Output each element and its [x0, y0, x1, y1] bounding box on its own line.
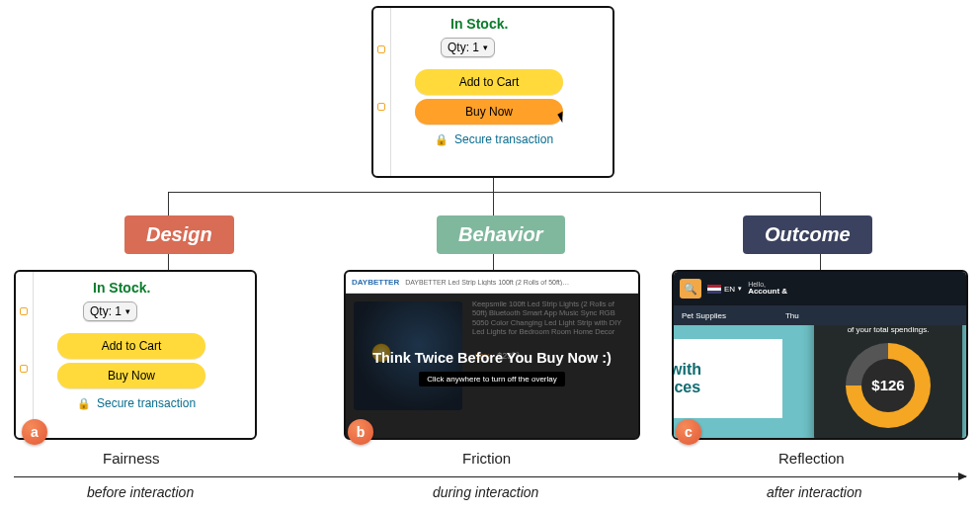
chevron-down-icon: ▾	[483, 43, 488, 52]
caption-fairness: Fairness	[103, 450, 160, 467]
qty-value: 1	[472, 41, 479, 54]
panel-badge-c: c	[676, 419, 701, 445]
stock-status: In Stock.	[93, 280, 247, 296]
nav-item[interactable]: Pet Supplies	[682, 311, 726, 320]
buy-now-label: Buy Now	[108, 369, 155, 383]
lock-icon: 🔒	[435, 133, 449, 146]
add-to-cart-button[interactable]: Add to Cart	[415, 69, 563, 95]
brand-name: DAYBETTER	[352, 278, 399, 287]
product-page: Keepsmile 100ft Led Strip Lights (2 Roll…	[346, 294, 638, 440]
thumbnail-strip	[373, 8, 391, 176]
qty-value: 1	[115, 304, 122, 318]
fairness-panel: In Stock. Qty: 1 ▾ Add to Cart Buy Now 🔒…	[14, 270, 257, 440]
donut-center-value: $126	[846, 377, 931, 393]
timeline-after: after interaction	[767, 484, 862, 500]
buy-now-button[interactable]: Buy Now	[57, 363, 205, 388]
caption-reflection: Reflection	[778, 450, 845, 467]
secure-transaction-link[interactable]: Secure transaction	[97, 396, 196, 410]
secure-transaction-row: 🔒 Secure transaction	[435, 132, 605, 146]
browser-tab-bar: DAYBETTER DAYBETTER Led Strip Lights 100…	[346, 272, 638, 294]
overlay-headline: Think Twice Before You Buy Now :)	[372, 350, 612, 366]
buy-now-label: Buy Now	[465, 105, 513, 119]
reflection-popup: Dark Patterns on Amazon has made you spe…	[814, 325, 962, 440]
account-label: Account &	[748, 288, 787, 297]
chevron-down-icon: ▾	[125, 306, 130, 316]
site-header: 🔍 EN ▾ Hello, Account &	[674, 272, 966, 305]
secure-transaction-link[interactable]: Secure transaction	[454, 132, 553, 146]
tag-design: Design	[124, 215, 234, 254]
timeline-before: before interaction	[87, 484, 194, 500]
connector	[493, 178, 494, 192]
connector	[168, 192, 820, 193]
thumbnail-strip	[16, 272, 34, 438]
popup-text: Dark Patterns on Amazon has made you spe…	[824, 325, 952, 335]
search-icon: 🔍	[684, 283, 697, 296]
qty-label: Qty:	[90, 304, 112, 318]
spending-donut-chart: $126	[846, 343, 931, 428]
flag-icon	[707, 285, 721, 294]
secure-transaction-row: 🔒 Secure transaction	[77, 396, 247, 410]
connector	[493, 253, 494, 271]
stock-status: In Stock.	[450, 16, 605, 32]
panel-badge-b: b	[348, 419, 373, 445]
reflection-panel: 🔍 EN ▾ Hello, Account & Pet Supplies Thu…	[672, 270, 968, 440]
connector	[820, 253, 821, 271]
panel-badge-a: a	[22, 419, 47, 445]
connector	[820, 192, 821, 215]
timeline-during: during interaction	[433, 484, 538, 500]
tab-title: DAYBETTER Led Strip Lights 100ft (2 Roll…	[405, 279, 569, 286]
source-ui-panel: In Stock. Qty: 1 ▾ Add to Cart Buy Now 🔒…	[371, 6, 614, 178]
language-selector[interactable]: EN ▾	[707, 285, 742, 294]
connector	[493, 192, 494, 215]
promo-card: with ices	[674, 339, 782, 418]
promo-text: with ices	[674, 361, 701, 395]
nav-item[interactable]: Thu	[785, 311, 799, 320]
add-to-cart-button[interactable]: Add to Cart	[57, 333, 205, 359]
caption-friction: Friction	[462, 450, 511, 467]
friction-panel: DAYBETTER DAYBETTER Led Strip Lights 100…	[344, 270, 640, 440]
lock-icon: 🔒	[77, 397, 91, 410]
qty-selector[interactable]: Qty: 1 ▾	[441, 38, 495, 57]
search-button[interactable]: 🔍	[680, 279, 701, 299]
category-nav: Pet Supplies Thu	[674, 305, 966, 325]
account-menu[interactable]: Hello, Account &	[748, 281, 787, 297]
buy-now-button[interactable]: Buy Now	[415, 99, 563, 125]
connector	[168, 253, 169, 271]
qty-label: Qty:	[448, 41, 469, 54]
connector	[168, 192, 169, 215]
friction-overlay[interactable]: Think Twice Before You Buy Now :) Click …	[346, 294, 638, 440]
add-to-cart-label: Add to Cart	[102, 339, 162, 353]
add-to-cart-label: Add to Cart	[459, 75, 520, 89]
tag-behavior: Behavior	[437, 215, 565, 254]
timeline-arrow	[14, 476, 966, 477]
chevron-down-icon: ▾	[738, 285, 742, 293]
hero-area: with ices Dark Patterns on Amazon has ma…	[674, 325, 966, 440]
overlay-hint: Click anywhere to turn off the overlay	[419, 372, 564, 386]
tag-outcome: Outcome	[743, 215, 872, 254]
qty-selector[interactable]: Qty: 1 ▾	[83, 301, 137, 321]
language-code: EN	[724, 285, 735, 294]
